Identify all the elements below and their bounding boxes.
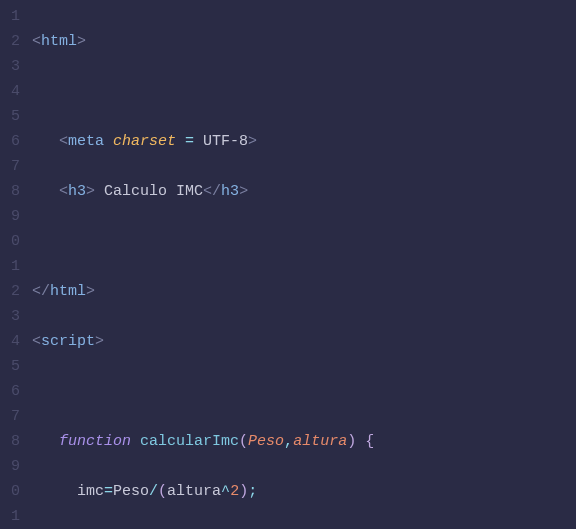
code-line[interactable]: </html>: [28, 279, 576, 304]
line-number: 2: [4, 279, 20, 304]
tag-close: >: [239, 183, 248, 200]
tag-open: </: [32, 283, 50, 300]
tag-close: >: [95, 333, 104, 350]
line-number: 4: [4, 329, 20, 354]
tag-name: meta: [68, 133, 104, 150]
number: 2: [230, 483, 239, 500]
tag-close: >: [248, 133, 257, 150]
tag-close: >: [86, 283, 95, 300]
tag-name: h3: [68, 183, 86, 200]
keyword: function: [59, 433, 131, 450]
line-number: 8: [4, 179, 20, 204]
line-number: 9: [4, 204, 20, 229]
tag-open: <: [32, 333, 41, 350]
paren-open: (: [239, 433, 248, 450]
semicolon: ;: [248, 483, 257, 500]
paren-open: (: [158, 483, 167, 500]
paren-close: ): [347, 433, 356, 450]
code-line[interactable]: <html>: [28, 29, 576, 54]
code-line[interactable]: <h3> Calculo IMC</h3>: [28, 179, 576, 204]
tag-close: >: [77, 33, 86, 50]
variable: imc: [77, 483, 104, 500]
xor-op: ^: [221, 483, 230, 500]
attr-name: charset: [113, 133, 176, 150]
line-number: 7: [4, 154, 20, 179]
code-line[interactable]: function calcularImc(Peso,altura) {: [28, 429, 576, 454]
line-number: 4: [4, 79, 20, 104]
line-number: 8: [4, 429, 20, 454]
line-number: 7: [4, 404, 20, 429]
tag-open: <: [59, 183, 68, 200]
assign-op: =: [104, 483, 113, 500]
code-line[interactable]: [28, 379, 576, 404]
param: altura: [293, 433, 347, 450]
code-line[interactable]: [28, 229, 576, 254]
tag-close: >: [86, 183, 95, 200]
attr-value: UTF-8: [203, 133, 248, 150]
code-line[interactable]: [28, 79, 576, 104]
line-number: 2: [4, 29, 20, 54]
function-name: calcularImc: [140, 433, 239, 450]
text-content: Calculo IMC: [95, 183, 203, 200]
tag-name: script: [41, 333, 95, 350]
line-number: 9: [4, 454, 20, 479]
line-number: 3: [4, 304, 20, 329]
line-number: 1: [4, 504, 20, 529]
code-line[interactable]: <script>: [28, 329, 576, 354]
line-number: 3: [4, 54, 20, 79]
code-editor[interactable]: <html> <meta charset = UTF-8> <h3> Calcu…: [28, 0, 576, 529]
code-line[interactable]: imc=Peso/(altura^2);: [28, 479, 576, 504]
tag-name: html: [50, 283, 86, 300]
line-number: 6: [4, 129, 20, 154]
code-line[interactable]: <meta charset = UTF-8>: [28, 129, 576, 154]
paren-close: ): [239, 483, 248, 500]
line-number: 1: [4, 254, 20, 279]
param: Peso: [248, 433, 284, 450]
tag-open: <: [32, 33, 41, 50]
line-number: 5: [4, 104, 20, 129]
line-number-gutter: 1 2 3 4 5 6 7 8 9 0 1 2 3 4 5 6 7 8 9 0 …: [0, 0, 28, 529]
equals-op: =: [176, 133, 203, 150]
comma: ,: [284, 433, 293, 450]
tag-open: </: [203, 183, 221, 200]
tag-name: h3: [221, 183, 239, 200]
variable: altura: [167, 483, 221, 500]
line-number: 1: [4, 4, 20, 29]
tag-open: <: [59, 133, 68, 150]
line-number: 0: [4, 229, 20, 254]
divide-op: /: [149, 483, 158, 500]
line-number: 6: [4, 379, 20, 404]
line-number: 0: [4, 479, 20, 504]
brace-open: {: [365, 433, 374, 450]
tag-name: html: [41, 33, 77, 50]
variable: Peso: [113, 483, 149, 500]
line-number: 5: [4, 354, 20, 379]
